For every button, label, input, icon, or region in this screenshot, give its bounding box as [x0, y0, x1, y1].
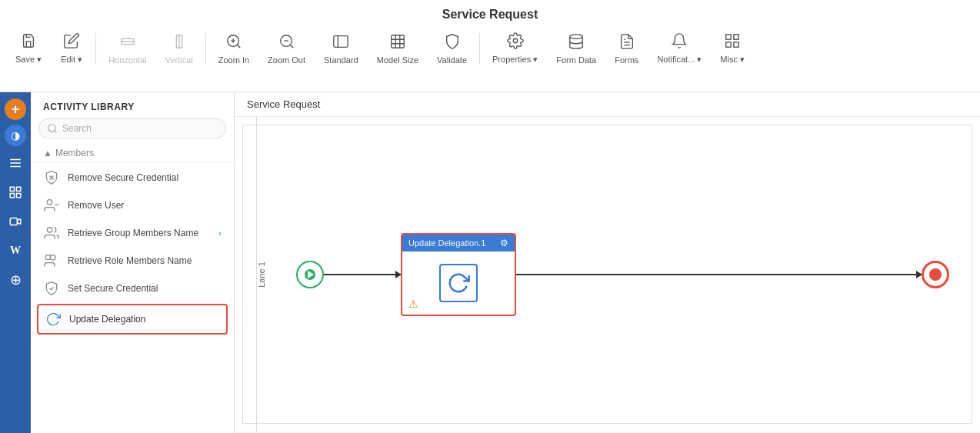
standard-icon	[332, 33, 349, 54]
start-node[interactable]	[296, 261, 324, 288]
horizontal-icon	[119, 33, 136, 54]
remove-secure-credential-label: Remove Secure Credential	[68, 172, 178, 183]
svg-point-37	[50, 255, 55, 261]
svg-rect-26	[17, 187, 21, 191]
misc-label: Misc ▾	[720, 55, 745, 65]
toolbar-edit[interactable]: Edit ▾	[52, 29, 91, 68]
toolbar-validate[interactable]: Validate	[429, 30, 475, 68]
toolbar-forms[interactable]: Forms	[607, 30, 646, 68]
sidebar-item-remove-user[interactable]: Remove User	[31, 192, 234, 219]
user-minus-icon	[43, 197, 60, 214]
activity-box[interactable]: Update Delegation.1 ⚙ ⚠	[401, 233, 516, 316]
nav-icon-video[interactable]	[3, 209, 28, 234]
svg-rect-25	[10, 187, 14, 191]
svg-rect-19	[734, 35, 738, 39]
svg-rect-21	[734, 42, 738, 47]
update-delegation-label: Update Delegation	[69, 314, 145, 325]
properties-icon	[507, 32, 524, 53]
sidebar: ACTIVITY LIBRARY Search ▲ Members	[31, 92, 235, 433]
main-layout: + ◑ W ⊕ ACTIVITY LIBRARY	[0, 92, 980, 433]
sidebar-item-update-delegation[interactable]: Update Delegation	[37, 304, 228, 335]
toolbar-properties[interactable]: Properties ▾	[485, 29, 545, 68]
model-size-label: Model Size	[377, 55, 418, 65]
sep-2	[205, 33, 206, 64]
svg-rect-13	[392, 35, 405, 48]
svg-point-14	[513, 38, 518, 43]
notifications-icon	[671, 32, 688, 53]
properties-label: Properties ▾	[492, 55, 538, 65]
nav-icon-workflow[interactable]: ◑	[5, 125, 26, 146]
shield-x-icon	[43, 169, 60, 186]
standard-label: Standard	[324, 55, 358, 65]
users-role-icon	[43, 252, 60, 269]
edit-icon	[63, 32, 80, 53]
toolbar-vertical: Vertical	[158, 30, 201, 68]
activity-icon	[439, 264, 478, 302]
svg-rect-20	[726, 42, 731, 47]
svg-point-35	[47, 228, 52, 233]
chevron-left-icon: ‹	[218, 228, 222, 238]
sidebar-item-set-secure-credential[interactable]: Set Secure Credential	[31, 275, 234, 302]
toolbar-standard[interactable]: Standard	[316, 30, 366, 68]
section-label: Members	[55, 148, 94, 158]
canvas-content: Lane 1 Update Delegation	[235, 117, 980, 431]
set-secure-credential-label: Set Secure Credential	[68, 283, 158, 294]
svg-line-30	[55, 131, 57, 133]
sidebar-list: ▲ Members Remove Secure Credential	[31, 145, 234, 433]
sidebar-item-retrieve-role-members-name[interactable]: Retrieve Role Members Name	[31, 247, 234, 275]
nav-icon-list[interactable]	[3, 151, 28, 175]
sidebar-header: ACTIVITY LIBRARY	[31, 92, 234, 118]
toolbar-save[interactable]: Save ▾	[8, 29, 49, 68]
toolbar-horizontal: Horizontal	[101, 30, 155, 68]
retrieve-group-members-label: Retrieve Group Members Name	[68, 228, 198, 238]
play-icon	[308, 271, 314, 278]
flow-arrow-to-end	[516, 274, 922, 275]
toolbar-notifications[interactable]: Notificat... ▾	[649, 29, 709, 68]
shield-check-icon	[43, 280, 60, 297]
end-node[interactable]	[922, 261, 949, 288]
svg-line-5	[237, 45, 240, 48]
toolbar-form-data[interactable]: Form Data	[548, 30, 604, 68]
toolbar-zoom-out[interactable]: Zoom Out	[260, 30, 313, 68]
canvas-area: Service Request Lane 1	[235, 92, 980, 433]
update-delegation-icon	[45, 311, 62, 328]
retrieve-role-members-label: Retrieve Role Members Name	[68, 255, 192, 266]
horizontal-label: Horizontal	[108, 55, 147, 65]
search-container[interactable]: Search	[38, 118, 226, 138]
nav-icon-settings[interactable]: ⊕	[3, 268, 28, 292]
sidebar-section-members[interactable]: ▲ Members	[31, 145, 234, 162]
model-size-icon	[389, 33, 406, 54]
warning-icon: ⚠	[408, 298, 418, 310]
search-icon	[47, 123, 58, 134]
save-label: Save ▾	[15, 55, 42, 65]
nav-icon-add[interactable]: +	[5, 98, 26, 120]
svg-rect-36	[46, 255, 51, 260]
svg-point-33	[47, 200, 52, 205]
remove-user-label: Remove User	[68, 200, 124, 211]
zoom-in-icon	[225, 33, 242, 54]
sidebar-item-remove-secure-credential[interactable]: Remove Secure Credential	[31, 164, 234, 192]
sep-3	[479, 33, 480, 64]
flow-arrow-to-activity	[324, 274, 401, 275]
activity-gear-icon[interactable]: ⚙	[500, 238, 508, 248]
form-data-icon	[568, 33, 585, 54]
vertical-label: Vertical	[165, 55, 193, 65]
forms-label: Forms	[615, 55, 638, 65]
svg-point-15	[570, 34, 583, 38]
toolbar-misc[interactable]: Misc ▾	[712, 29, 752, 68]
nav-icon-wordpress[interactable]: W	[3, 238, 28, 263]
flow-area: Update Delegation.1 ⚙ ⚠	[265, 117, 980, 431]
sidebar-item-retrieve-group-members-name[interactable]: Retrieve Group Members Name ‹	[31, 219, 234, 247]
misc-icon	[724, 32, 741, 53]
section-arrow-icon: ▲	[43, 148, 52, 158]
left-nav: + ◑ W ⊕	[0, 92, 31, 433]
svg-rect-18	[726, 35, 731, 39]
zoom-out-icon	[278, 33, 295, 54]
users-retrieve-icon	[43, 225, 60, 241]
toolbar-zoom-in[interactable]: Zoom In	[211, 30, 257, 68]
start-inner	[305, 269, 315, 280]
toolbar-model-size[interactable]: Model Size	[369, 30, 426, 68]
nav-icon-palette[interactable]	[3, 180, 28, 205]
activity-name: Update Delegation.1	[408, 238, 485, 248]
zoom-out-label: Zoom Out	[268, 55, 305, 65]
